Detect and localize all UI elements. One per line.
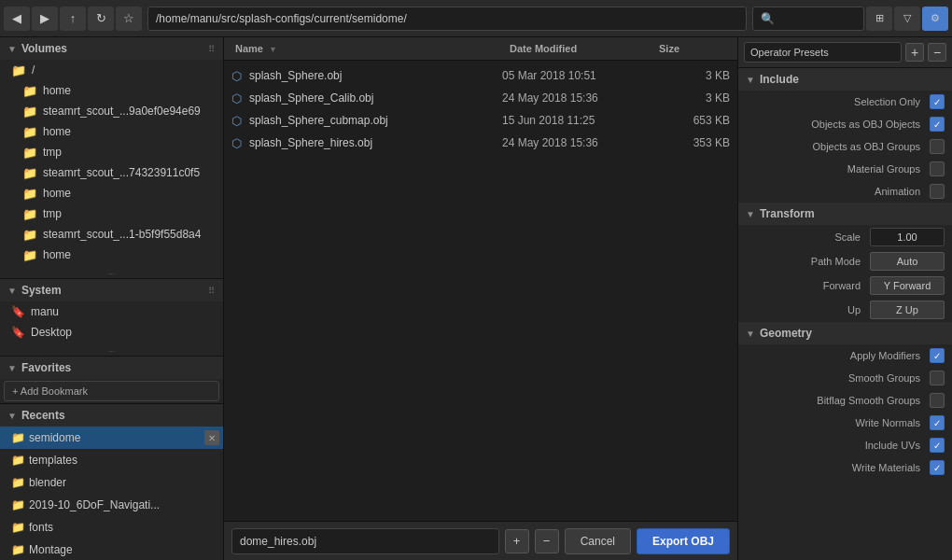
include-section-header[interactable]: ▼ Include — [738, 68, 952, 91]
apply-modifiers-checkbox[interactable] — [930, 348, 945, 363]
col-header-name[interactable]: Name ▼ — [231, 41, 506, 56]
recent-item-blender[interactable]: 📁 blender — [0, 471, 223, 494]
recent-item-6dof[interactable]: 📁 2019-10_6DoF_Navigati... — [0, 494, 223, 516]
volume-item-tmp1[interactable]: 📁 tmp — [0, 142, 223, 162]
add-preset-button[interactable]: + — [905, 43, 924, 62]
up-button[interactable]: ↑ — [60, 7, 86, 31]
volumes-title: Volumes — [21, 42, 67, 55]
remove-preset-button[interactable]: − — [928, 43, 946, 62]
volume-item-home2[interactable]: 📁 home — [0, 121, 223, 142]
up-label: Up — [753, 304, 866, 315]
file-row-1[interactable]: ⬡ splash_Sphere_Calib.obj 24 May 2018 15… — [224, 87, 737, 109]
col-header-date[interactable]: Date Modified — [506, 41, 655, 56]
path-mode-select[interactable]: Auto Absolute Relative Match Strip Copy — [870, 252, 945, 271]
right-panel: Operator Presets + − ▼ Include Selection… — [737, 37, 952, 560]
write-materials-label: Write Materials — [753, 462, 926, 473]
up-select[interactable]: Z Up -Z Up Y Up -Y Up X Up -X Up — [870, 301, 945, 319]
forward-select[interactable]: Y Forward -Y Forward X Forward -X Forwar… — [870, 276, 945, 295]
volume-item-steamrt3[interactable]: 📁 steamrt_scout_...1-b5f9f55d8a4 — [0, 224, 223, 245]
include-arrow: ▼ — [746, 75, 755, 85]
folder-icon: 📁 — [22, 248, 37, 262]
scale-label: Scale — [753, 231, 866, 243]
material-groups-label: Material Groups — [753, 163, 926, 175]
scale-input[interactable] — [870, 228, 945, 246]
objects-obj-checkbox[interactable] — [930, 117, 945, 132]
folder-icon: 📁 — [11, 498, 25, 511]
cancel-button[interactable]: Cancel — [565, 528, 631, 554]
favorites-header[interactable]: ▼ Favorites — [0, 357, 223, 379]
volumes-arrow: ▼ — [7, 44, 17, 54]
settings-button[interactable]: ⚙ — [922, 7, 948, 31]
file-row-3[interactable]: ⬡ splash_Sphere_hires.obj 24 May 2018 15… — [224, 132, 737, 154]
volumes-header[interactable]: ▼ Volumes ⠿ — [0, 37, 223, 60]
center-panel: Name ▼ Date Modified Size ⬡ splash_Spher… — [224, 37, 737, 560]
back-button[interactable]: ◀ — [4, 7, 30, 31]
folder-icon: 📁 — [22, 228, 37, 242]
apply-modifiers-label: Apply Modifiers — [753, 350, 926, 361]
volume-item-tmp2[interactable]: 📁 tmp — [0, 203, 223, 224]
file-row-2[interactable]: ⬡ splash_Sphere_cubmap.obj 15 Jun 2018 1… — [224, 109, 737, 132]
recent-item-montage1[interactable]: 📁 Montage — [0, 539, 223, 560]
search-input[interactable] — [752, 7, 864, 31]
add-bookmark-button[interactable]: + Add Bookmark — [4, 381, 219, 401]
recent-item-fonts[interactable]: 📁 fonts — [0, 516, 223, 539]
close-recent-button[interactable]: ✕ — [204, 430, 219, 445]
include-uvs-checkbox[interactable] — [930, 438, 945, 453]
folder-icon: 📁 — [11, 521, 25, 534]
write-materials-checkbox[interactable] — [930, 460, 945, 475]
main-area: ▼ Volumes ⠿ 📁 / 📁 home 📁 steamrt_scout_.… — [0, 37, 952, 560]
add-button[interactable]: + — [505, 529, 529, 553]
geometry-title: Geometry — [760, 327, 812, 340]
forward-button[interactable]: ▶ — [32, 7, 58, 31]
transform-section: ▼ Transform Scale Path Mode Auto Absolut… — [738, 203, 952, 322]
selection-only-checkbox[interactable] — [930, 94, 945, 109]
transform-arrow: ▼ — [746, 209, 755, 219]
objects-groups-checkbox[interactable] — [930, 139, 945, 154]
filter-button[interactable]: ▽ — [894, 7, 920, 31]
top-toolbar: ◀ ▶ ↑ ↻ ☆ ⊞ ▽ ⚙ — [0, 0, 952, 37]
recent-item-semidome[interactable]: 📁 semidome ✕ — [0, 427, 223, 449]
filename-input[interactable] — [231, 528, 499, 554]
col-header-size[interactable]: Size — [655, 41, 730, 56]
animation-checkbox[interactable] — [930, 184, 945, 199]
file-row-0[interactable]: ⬡ splash_Sphere.obj 05 Mar 2018 10:51 3 … — [224, 64, 737, 87]
volume-item-steamrt1[interactable]: 📁 steamrt_scout_...9a0ef0e94e69 — [0, 101, 223, 121]
smooth-groups-checkbox[interactable] — [930, 371, 945, 385]
favorites-arrow: ▼ — [7, 363, 17, 373]
recents-header[interactable]: ▼ Recents — [0, 404, 223, 427]
file-obj-icon: ⬡ — [231, 114, 242, 128]
include-title: Include — [760, 73, 799, 86]
operator-presets-dropdown[interactable]: Operator Presets — [744, 42, 902, 63]
refresh-button[interactable]: ↻ — [88, 7, 114, 31]
remove-button[interactable]: − — [535, 529, 559, 553]
volume-item-steamrt2[interactable]: 📁 steamrt_scout_...74323911c0f5 — [0, 162, 223, 183]
system-header[interactable]: ▼ System ⠿ — [0, 279, 223, 301]
recent-item-templates[interactable]: 📁 templates — [0, 449, 223, 471]
volume-item-home4[interactable]: 📁 home — [0, 245, 223, 265]
folder-icon: 📁 — [11, 63, 26, 77]
left-panel: ▼ Volumes ⠿ 📁 / 📁 home 📁 steamrt_scout_.… — [0, 37, 224, 560]
write-normals-checkbox[interactable] — [930, 415, 945, 430]
material-groups-checkbox[interactable] — [930, 161, 945, 176]
geometry-section-header[interactable]: ▼ Geometry — [738, 322, 952, 344]
file-list-header: Name ▼ Date Modified Size — [224, 37, 737, 61]
transform-row-forward: Forward Y Forward -Y Forward X Forward -… — [738, 273, 952, 298]
system-arrow: ▼ — [7, 286, 17, 296]
volumes-section: ▼ Volumes ⠿ 📁 / 📁 home 📁 steamrt_scout_.… — [0, 37, 223, 279]
volume-item-home1[interactable]: 📁 home — [0, 80, 223, 101]
transform-section-header[interactable]: ▼ Transform — [738, 203, 952, 225]
volume-item-root[interactable]: 📁 / — [0, 60, 223, 80]
objects-groups-label: Objects as OBJ Groups — [753, 141, 926, 152]
bitflag-smooth-checkbox[interactable] — [930, 393, 945, 408]
system-item-desktop[interactable]: 🔖 Desktop — [0, 322, 223, 343]
folder-icon: 📁 — [22, 84, 37, 98]
bookmark-button[interactable]: ☆ — [116, 7, 142, 31]
objects-obj-label: Objects as OBJ Objects — [753, 119, 926, 130]
export-obj-button[interactable]: Export OBJ — [637, 528, 730, 554]
volume-item-home3[interactable]: 📁 home — [0, 183, 223, 203]
bookmark-icon: 🔖 — [11, 305, 25, 318]
volumes-dots: ⠿ — [208, 44, 216, 54]
address-bar[interactable] — [147, 7, 747, 31]
system-item-manu[interactable]: 🔖 manu — [0, 301, 223, 322]
view-button[interactable]: ⊞ — [866, 7, 892, 31]
